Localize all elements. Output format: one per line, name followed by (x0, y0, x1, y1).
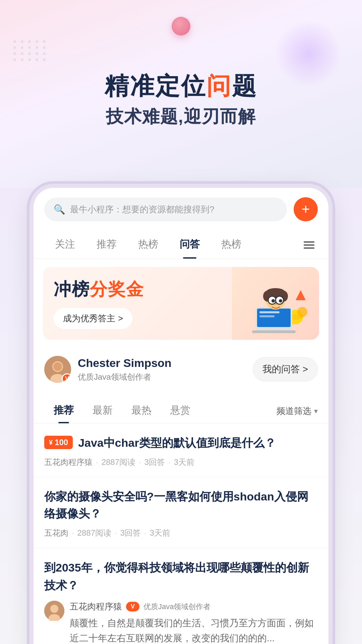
preview-author-name: 五花肉程序猿 (70, 601, 122, 612)
banner-title: 冲榜分奖金 (54, 278, 221, 301)
preview-avatar (44, 601, 64, 621)
preview-author-block: 五花肉程序猿 V 优质Java领域创作者 (70, 601, 318, 612)
preview-row: 五花肉程序猿 V 优质Java领域创作者 颠覆性，自然是颠覆我们的生活、习惯乃至… (44, 601, 318, 644)
banner-cta-label: 成为优秀答主 (63, 313, 115, 324)
nav-tab-hot2[interactable]: 热榜 (210, 231, 252, 259)
svg-rect-9 (252, 330, 296, 333)
question-meta-2: 五花肉 · 2887阅读 · 3回答 · 3天前 (44, 528, 318, 538)
user-info: Chester Simpson 优质Java领域创作者 (78, 357, 253, 382)
nav-tab-qa[interactable]: 问答 (169, 231, 210, 259)
banner-title-part1: 冲榜 (54, 279, 90, 299)
decorative-ball (172, 17, 190, 36)
preview-author-desc: 优质Java领域创作者 (143, 602, 210, 612)
channel-filter-arrow: ▾ (314, 407, 318, 416)
user-profile-row: V Chester Simpson 优质Java领域创作者 我的问答 > (34, 348, 328, 391)
nav-more-button[interactable] (300, 238, 318, 252)
user-avatar: V (44, 356, 71, 383)
banner-right (232, 267, 319, 340)
banner-title-part2: 分奖金 (90, 279, 144, 299)
hero-title-sub: 技术难题,迎刃而解 (105, 105, 257, 128)
svg-marker-4 (296, 290, 306, 300)
svg-point-23 (53, 362, 62, 371)
question-meta-1: 五花肉程序猿 · 2887阅读 · 3回答 · 3天前 (44, 457, 318, 468)
svg-point-3 (297, 307, 307, 317)
my-answers-label: 我的问答 (262, 363, 300, 376)
hero-title-main: 精准定位问题 (105, 73, 257, 99)
my-answers-arrow: > (303, 364, 308, 375)
search-icon: 🔍 (54, 204, 65, 215)
user-verified-badge: V (62, 373, 71, 383)
content-tab-bounty[interactable]: 悬赏 (161, 399, 200, 423)
channel-filter-label: 频道筛选 (277, 405, 311, 417)
question-item-3[interactable]: 到2035年，你觉得科技领域将出现哪些颠覆性的创新技术？ 五花肉程序猿 V (34, 548, 328, 644)
svg-point-17 (279, 299, 282, 303)
question-answers-1: 3回答 (144, 457, 165, 468)
banner-left: 冲榜分奖金 成为优秀答主 > (43, 267, 232, 340)
question-item-1[interactable]: ¥ 100 Java中char类型的默认值到底是什么？ 五花肉程序猿 · 288… (34, 424, 328, 477)
search-bar-row: 🔍 最牛小程序：想要的资源都能搜得到? + (34, 188, 328, 228)
search-add-button[interactable]: + (294, 197, 318, 221)
question-reads-2: 2887阅读 (77, 528, 111, 538)
hero-section: 精准定位问题 技术难题,迎刃而解 (0, 0, 362, 188)
content-tab-hot[interactable]: 最热 (122, 399, 161, 423)
hero-highlight-char: 问 (206, 72, 232, 99)
svg-rect-8 (259, 315, 275, 317)
channel-filter-button[interactable]: 频道筛选 ▾ (277, 405, 318, 417)
question-reads-1: 2887阅读 (102, 457, 135, 468)
svg-rect-7 (259, 311, 280, 313)
decorative-dots (13, 40, 47, 61)
svg-point-16 (272, 299, 275, 303)
preview-verified-badge: V (126, 602, 139, 611)
reward-currency: ¥ (49, 439, 53, 446)
preview-content: 五花肉程序猿 V 优质Java领域创作者 颠覆性，自然是颠覆我们的生活、习惯乃至… (70, 601, 318, 644)
banner-section[interactable]: 冲榜分奖金 成为优秀答主 > (43, 267, 319, 340)
question-time-2: 3天前 (150, 528, 170, 538)
question-title-3: 到2035年，你觉得科技领域将出现哪些颠覆性的创新技术？ (44, 559, 318, 594)
user-description: 优质Java领域创作者 (78, 372, 253, 382)
nav-tab-hot1[interactable]: 热榜 (127, 231, 169, 259)
phone-frame: 🔍 最牛小程序：想要的资源都能搜得到? + 关注 推荐 热榜 问答 热榜 冲榜分… (34, 188, 328, 644)
question-title-1: Java中char类型的默认值到底是什么？ (78, 434, 318, 451)
banner-cta-arrow: > (118, 313, 123, 324)
question-title-2: 你家的摄像头安全吗?一黑客如何使用shodan入侵网络摄像头？ (44, 488, 318, 522)
nav-tab-recommend[interactable]: 推荐 (86, 231, 127, 259)
my-answers-button[interactable]: 我的问答 > (253, 357, 318, 381)
search-input-wrapper[interactable]: 🔍 最牛小程序：想要的资源都能搜得到? (44, 198, 287, 221)
phone-wrapper: 🔍 最牛小程序：想要的资源都能搜得到? + 关注 推荐 热榜 问答 热榜 冲榜分… (0, 188, 362, 644)
search-placeholder: 最牛小程序：想要的资源都能搜得到? (70, 204, 278, 215)
hero-title: 精准定位问题 技术难题,迎刃而解 (105, 73, 257, 128)
content-tab-recommend[interactable]: 推荐 (44, 399, 83, 423)
question-title-row-1: ¥ 100 Java中char类型的默认值到底是什么？ (44, 434, 318, 451)
content-tabs-row: 推荐 最新 最热 悬赏 频道筛选 ▾ (34, 392, 328, 424)
reward-amount: 100 (55, 438, 68, 447)
banner-illustration (235, 273, 316, 334)
question-author-2: 五花肉 (44, 528, 68, 538)
v-icon: V (131, 603, 135, 610)
svg-point-25 (50, 605, 58, 613)
user-name: Chester Simpson (78, 357, 253, 370)
content-tab-latest[interactable]: 最新 (83, 399, 122, 423)
preview-text: 颠覆性，自然是颠覆我们的生活、习惯乃至方方面面，例如近二十年左右互联网的发展，改… (70, 616, 318, 644)
nav-tabs-row: 关注 推荐 热榜 问答 热榜 (34, 228, 328, 259)
reward-badge-1: ¥ 100 (44, 436, 73, 449)
question-time-1: 3天前 (174, 457, 194, 468)
svg-point-19 (275, 304, 277, 305)
banner-cta-button[interactable]: 成为优秀答主 > (54, 308, 132, 329)
decorative-blob (275, 20, 342, 87)
question-item-2[interactable]: 你家的摄像头安全吗?一黑客如何使用shodan入侵网络摄像头？ 五花肉 · 28… (34, 477, 328, 548)
nav-tab-follow[interactable]: 关注 (44, 231, 86, 259)
question-author-1: 五花肉程序猿 (44, 457, 93, 468)
question-answers-2: 3回答 (120, 528, 141, 538)
